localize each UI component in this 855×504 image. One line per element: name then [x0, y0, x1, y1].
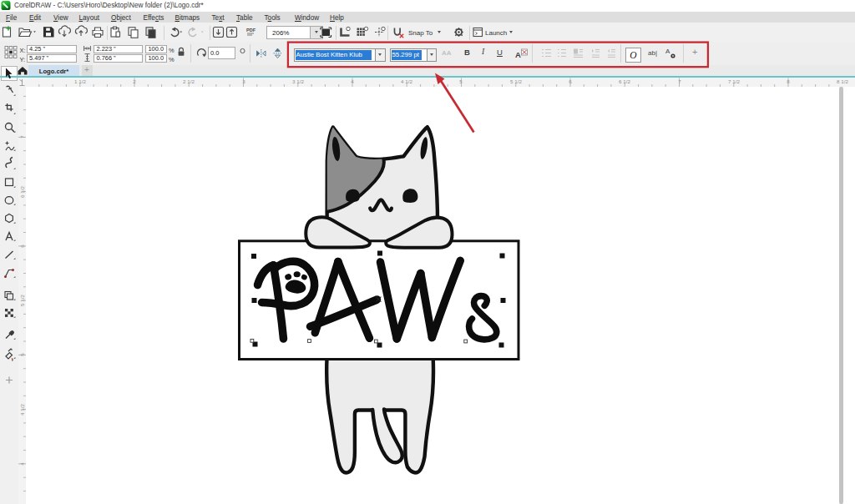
svg-text:A: A	[515, 50, 521, 59]
svg-text:PDF: PDF	[246, 28, 256, 33]
